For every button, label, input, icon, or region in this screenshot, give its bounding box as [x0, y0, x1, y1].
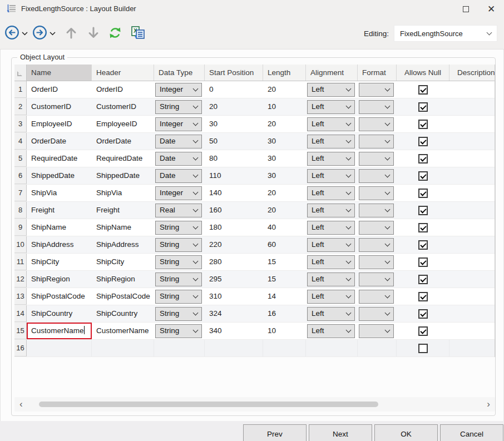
- cell-start-position[interactable]: 280: [205, 254, 263, 270]
- column-header-format[interactable]: Format: [358, 65, 397, 81]
- alignment-dropdown[interactable]: Left: [307, 238, 355, 252]
- cell-header[interactable]: ShippedDate: [92, 167, 154, 184]
- alignment-dropdown[interactable]: Left: [307, 169, 355, 183]
- cell-header[interactable]: OrderID: [92, 81, 154, 98]
- cell-length[interactable]: 10: [263, 98, 306, 115]
- cell-length[interactable]: 14: [263, 288, 306, 305]
- row-number[interactable]: 2: [14, 98, 27, 115]
- format-dropdown[interactable]: [359, 238, 394, 252]
- row-number[interactable]: 9: [14, 219, 27, 236]
- cell-description[interactable]: [449, 133, 495, 150]
- allows-null-checkbox[interactable]: [418, 137, 428, 146]
- format-dropdown[interactable]: [359, 272, 394, 286]
- cell-description[interactable]: [449, 323, 495, 339]
- format-dropdown[interactable]: [359, 100, 394, 114]
- allows-null-checkbox[interactable]: [418, 85, 428, 95]
- horizontal-scrollbar[interactable]: ‹ ›: [14, 397, 495, 412]
- cell-start-position[interactable]: 295: [205, 271, 263, 288]
- format-dropdown[interactable]: [359, 290, 394, 304]
- data-type-dropdown[interactable]: Integer: [155, 117, 202, 131]
- cell-header[interactable]: EmployeeID: [92, 116, 154, 132]
- row-number[interactable]: 10: [14, 236, 27, 253]
- row-number[interactable]: 15: [14, 323, 27, 339]
- alignment-dropdown[interactable]: Left: [307, 186, 355, 200]
- cell-description[interactable]: [449, 167, 495, 184]
- cell-name[interactable]: ShipCity: [27, 254, 92, 270]
- cell-name[interactable]: ShipAddress: [27, 236, 92, 253]
- cell-name[interactable]: ShipPostalCode: [27, 288, 92, 305]
- row-number[interactable]: 12: [14, 271, 27, 288]
- allows-null-checkbox[interactable]: [418, 275, 428, 284]
- format-dropdown[interactable]: [359, 221, 394, 235]
- cell-length[interactable]: 20: [263, 116, 306, 132]
- cell-description[interactable]: [449, 340, 495, 356]
- cell-length[interactable]: 30: [263, 167, 306, 184]
- cell-length[interactable]: 20: [263, 81, 306, 98]
- cell-header[interactable]: RequiredDate: [92, 150, 154, 167]
- select-all-corner[interactable]: [14, 65, 27, 81]
- alignment-dropdown[interactable]: Left: [307, 272, 355, 286]
- cell-length[interactable]: 10: [263, 323, 306, 339]
- row-number[interactable]: 7: [14, 185, 27, 201]
- back-button[interactable]: [4, 25, 19, 42]
- cell-length[interactable]: 16: [263, 305, 306, 322]
- cell-header[interactable]: ShipVia: [92, 185, 154, 201]
- cell-description[interactable]: [449, 305, 495, 322]
- cell-name[interactable]: ShipVia: [27, 185, 92, 201]
- cell-start-position[interactable]: 20: [205, 98, 263, 115]
- format-dropdown[interactable]: [359, 152, 394, 166]
- cell-description[interactable]: [449, 236, 495, 253]
- refresh-button[interactable]: [108, 26, 122, 42]
- cell-header[interactable]: CustomerName: [92, 323, 154, 339]
- column-header-length[interactable]: Length: [263, 65, 306, 81]
- allows-null-checkbox[interactable]: [418, 292, 428, 301]
- cell-start-position[interactable]: 140: [205, 185, 263, 201]
- row-number[interactable]: 16: [14, 340, 27, 356]
- allows-null-checkbox[interactable]: [418, 257, 428, 267]
- cell-description[interactable]: [449, 271, 495, 288]
- cell-header[interactable]: ShipCity: [92, 254, 154, 270]
- column-header-start-position[interactable]: Start Position: [205, 65, 263, 81]
- maximize-button[interactable]: [453, 0, 478, 18]
- alignment-dropdown[interactable]: Left: [307, 100, 355, 114]
- format-dropdown[interactable]: [359, 186, 394, 200]
- column-header-allows-null[interactable]: Allows Null: [397, 65, 449, 81]
- row-number[interactable]: 3: [14, 116, 27, 132]
- cell-start-position[interactable]: 310: [205, 288, 263, 305]
- allows-null-checkbox[interactable]: [418, 344, 428, 353]
- cell-start-position[interactable]: 80: [205, 150, 263, 167]
- alignment-dropdown[interactable]: Left: [307, 117, 355, 131]
- scroll-right-arrow-icon[interactable]: ›: [487, 397, 490, 412]
- cell-header[interactable]: ShipAddress: [92, 236, 154, 253]
- cell-header[interactable]: OrderDate: [92, 133, 154, 150]
- row-number[interactable]: 11: [14, 254, 27, 270]
- allows-null-checkbox[interactable]: [418, 206, 428, 215]
- alignment-dropdown[interactable]: Left: [307, 307, 355, 321]
- allows-null-checkbox[interactable]: [418, 309, 428, 319]
- row-number[interactable]: 13: [14, 288, 27, 305]
- cell-start-position[interactable]: 180: [205, 219, 263, 236]
- allows-null-checkbox[interactable]: [418, 171, 428, 181]
- allows-null-checkbox[interactable]: [418, 240, 428, 250]
- cell-length[interactable]: 30: [263, 133, 306, 150]
- cell-start-position[interactable]: [205, 340, 263, 356]
- cell-name[interactable]: OrderID: [27, 81, 92, 98]
- cell-description[interactable]: [449, 81, 495, 98]
- data-type-dropdown[interactable]: String: [155, 307, 202, 321]
- cell-description[interactable]: [449, 254, 495, 270]
- cell-start-position[interactable]: 110: [205, 167, 263, 184]
- cancel-button[interactable]: Cancel: [440, 424, 503, 441]
- export-excel-button[interactable]: X: [130, 26, 146, 42]
- allows-null-checkbox[interactable]: [418, 120, 428, 129]
- alignment-dropdown[interactable]: Left: [307, 204, 355, 217]
- cell-start-position[interactable]: 324: [205, 305, 263, 322]
- cell-name[interactable]: OrderDate: [27, 133, 92, 150]
- cell-name[interactable]: ShippedDate: [27, 167, 92, 184]
- cell-header[interactable]: ShipPostalCode: [92, 288, 154, 305]
- cell-name[interactable]: ShipName: [27, 219, 92, 236]
- cell-description[interactable]: [449, 288, 495, 305]
- data-type-dropdown[interactable]: String: [155, 255, 202, 269]
- row-number[interactable]: 6: [14, 167, 27, 184]
- cell-start-position[interactable]: 30: [205, 116, 263, 132]
- column-header-header[interactable]: Header: [92, 65, 154, 81]
